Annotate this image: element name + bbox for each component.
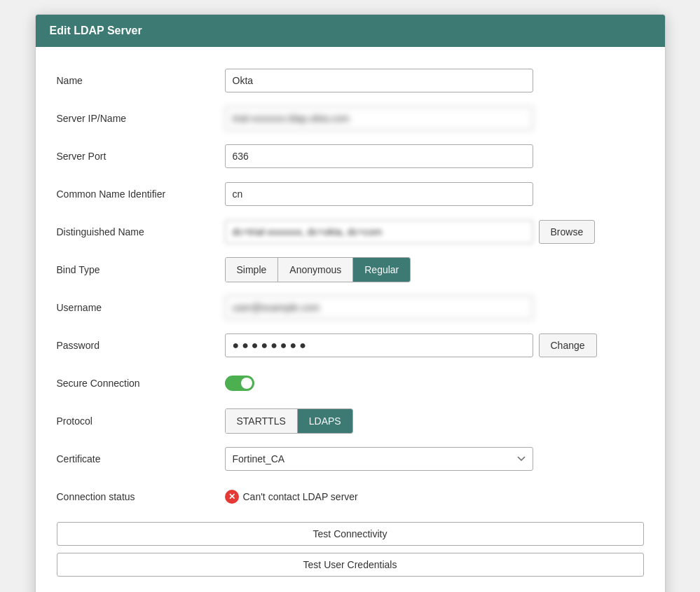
bind-type-segmented: Simple Anonymous Regular — [225, 257, 411, 282]
server-ip-input[interactable] — [225, 106, 533, 130]
connection-status-row: Connection status ✕ Can't contact LDAP s… — [57, 484, 644, 509]
bind-type-row: Bind Type Simple Anonymous Regular — [57, 257, 644, 282]
server-ip-label: Server IP/Name — [57, 113, 225, 124]
connection-status-text: Can't contact LDAP server — [243, 491, 358, 502]
certificate-select[interactable]: Fortinet_CA — [225, 447, 533, 471]
password-field: ●●●●●●●● — [225, 333, 533, 357]
modal-title: Edit LDAP Server — [50, 25, 142, 36]
bind-type-simple[interactable]: Simple — [226, 258, 279, 282]
secure-connection-toggle[interactable] — [225, 376, 254, 391]
connection-status-label: Connection status — [57, 491, 225, 502]
secure-connection-label: Secure Connection — [57, 378, 225, 389]
password-dots: ●●●●●●●● — [233, 339, 526, 352]
name-label: Name — [57, 75, 225, 86]
browse-button[interactable]: Browse — [539, 220, 596, 244]
secure-connection-row: Secure Connection — [57, 371, 644, 396]
server-port-label: Server Port — [57, 151, 225, 162]
edit-ldap-modal: Edit LDAP Server Name Server IP/Name tri… — [35, 14, 666, 592]
distinguished-name-input[interactable] — [225, 220, 533, 244]
change-password-button[interactable]: Change — [539, 333, 597, 357]
connection-status-value: ✕ Can't contact LDAP server — [225, 490, 358, 504]
server-ip-row: Server IP/Name trial-xxxxxxx.ldap.okta.c… — [57, 106, 644, 131]
username-row: Username — [57, 295, 644, 320]
action-buttons: Test Connectivity Test User Credentials — [57, 522, 644, 577]
distinguished-name-group: Browse — [225, 220, 596, 244]
certificate-row: Certificate Fortinet_CA — [57, 446, 644, 471]
modal-header: Edit LDAP Server — [36, 15, 665, 47]
certificate-label: Certificate — [57, 453, 225, 464]
common-name-row: Common Name Identifier — [57, 181, 644, 207]
server-port-row: Server Port — [57, 144, 644, 169]
username-label: Username — [57, 302, 225, 313]
common-name-input[interactable] — [225, 182, 533, 206]
error-icon: ✕ — [225, 490, 239, 504]
bind-type-regular[interactable]: Regular — [353, 258, 410, 282]
password-row: Password ●●●●●●●● Change — [57, 333, 644, 358]
toggle-slider — [225, 376, 254, 391]
common-name-label: Common Name Identifier — [57, 188, 225, 200]
password-group: ●●●●●●●● Change — [225, 333, 597, 357]
modal-body: Name Server IP/Name trial-xxxxxxx.ldap.o… — [36, 47, 665, 592]
protocol-starttls[interactable]: STARTTLS — [226, 409, 298, 433]
protocol-segmented: STARTTLS LDAPS — [225, 408, 353, 434]
test-connectivity-button[interactable]: Test Connectivity — [57, 522, 644, 546]
distinguished-name-row: Distinguished Name Browse — [57, 219, 644, 245]
test-user-credentials-button[interactable]: Test User Credentials — [57, 553, 644, 577]
name-input[interactable] — [225, 69, 533, 92]
server-port-input[interactable] — [225, 144, 533, 168]
bind-type-label: Bind Type — [57, 264, 225, 275]
secure-connection-toggle-wrapper — [225, 376, 254, 391]
protocol-ldaps[interactable]: LDAPS — [298, 409, 352, 433]
bind-type-anonymous[interactable]: Anonymous — [278, 258, 353, 282]
protocol-label: Protocol — [57, 415, 225, 427]
protocol-row: Protocol STARTTLS LDAPS — [57, 408, 644, 434]
password-label: Password — [57, 340, 225, 351]
distinguished-name-label: Distinguished Name — [57, 226, 225, 238]
username-input[interactable] — [225, 296, 533, 319]
name-row: Name — [57, 68, 644, 93]
